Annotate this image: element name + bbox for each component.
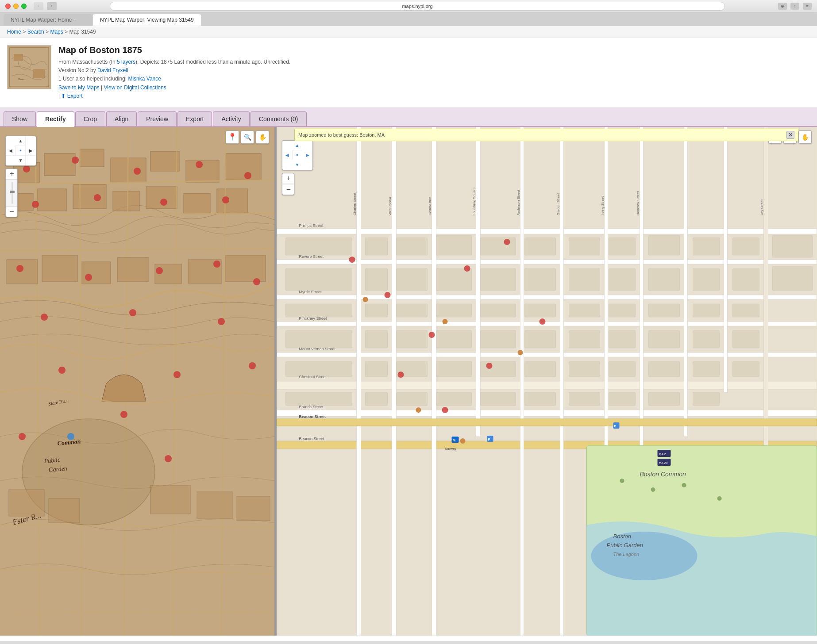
- more-button[interactable]: ≡: [803, 3, 812, 10]
- share-button[interactable]: ↑: [790, 3, 799, 10]
- close-button[interactable]: [5, 4, 11, 9]
- pan-up-button[interactable]: ▲: [16, 136, 26, 146]
- svg-rect-126: [649, 304, 680, 317]
- svg-rect-86: [476, 127, 481, 437]
- zoom-in-left[interactable]: +: [6, 169, 18, 180]
- tab-show[interactable]: Show: [4, 111, 36, 126]
- svg-rect-121: [436, 304, 472, 317]
- pan-up-right[interactable]: ▲: [293, 141, 303, 150]
- pan-center-button[interactable]: ●: [16, 146, 26, 156]
- breadcrumb-maps[interactable]: Maps: [50, 29, 63, 35]
- save-to-my-maps-link[interactable]: Save to My Maps: [58, 84, 100, 91]
- svg-point-50: [253, 278, 260, 285]
- zoom-out-right[interactable]: –: [282, 184, 294, 195]
- tab-align[interactable]: Align: [106, 111, 137, 126]
- browser-titlebar: ‹ › maps.nypl.org ⊕ ↑ ≡: [0, 0, 817, 12]
- svg-rect-98: [481, 238, 516, 255]
- svg-text:Boston: Boston: [613, 533, 631, 540]
- svg-point-44: [160, 199, 167, 206]
- svg-rect-113: [609, 268, 636, 291]
- svg-rect-19: [184, 193, 210, 213]
- svg-text:Pinckney Street: Pinckney Street: [299, 316, 328, 321]
- view-digital-link[interactable]: View on Digital Collections: [104, 84, 166, 91]
- svg-text:Charles Street: Charles Street: [353, 192, 357, 215]
- svg-point-198: [443, 319, 448, 324]
- svg-rect-8: [44, 153, 75, 176]
- zoom-control-left: + –: [5, 169, 18, 217]
- pan-right-button[interactable]: ▶: [26, 146, 36, 156]
- svg-point-203: [651, 487, 655, 492]
- svg-text:Garden Street: Garden Street: [556, 193, 560, 215]
- breadcrumb-search[interactable]: Search: [27, 29, 44, 35]
- svg-rect-130: [366, 330, 388, 348]
- svg-text:Cedar/Lime: Cedar/Lime: [428, 197, 432, 215]
- pan-down-right[interactable]: ▼: [293, 160, 303, 170]
- svg-rect-160: [693, 392, 720, 406]
- breadcrumb-home[interactable]: Home: [7, 29, 21, 35]
- tab-preview[interactable]: Preview: [138, 111, 177, 126]
- browser-nav: ‹ ›: [34, 2, 57, 10]
- tab-rectify[interactable]: Rectify: [37, 111, 74, 127]
- forward-button[interactable]: ›: [47, 2, 57, 10]
- bookmark-button[interactable]: ⊕: [778, 3, 787, 10]
- minimize-button[interactable]: [13, 4, 19, 9]
- zoom-tool-left[interactable]: 🔍: [241, 130, 254, 144]
- svg-rect-20: [217, 189, 248, 213]
- pan-center-right[interactable]: ●: [293, 150, 303, 160]
- svg-rect-152: [366, 392, 388, 406]
- svg-rect-108: [397, 268, 428, 291]
- svg-text:P: P: [488, 437, 491, 441]
- svg-rect-0: [8, 46, 51, 89]
- svg-rect-84: [392, 127, 397, 636]
- maximize-button[interactable]: [21, 4, 27, 9]
- svg-rect-87: [520, 127, 524, 636]
- svg-text:Phillips Street: Phillips Street: [299, 223, 324, 228]
- pan-left-right[interactable]: ◀: [282, 150, 293, 160]
- svg-rect-103: [693, 238, 720, 255]
- svg-text:Joy Street: Joy Street: [760, 199, 764, 215]
- zoom-in-right[interactable]: +: [282, 173, 294, 184]
- historical-map-svg: State Ho... Common Public Garden Ester R…: [0, 127, 274, 636]
- svg-rect-110: [481, 268, 516, 291]
- breadcrumb-sep-1: >: [23, 29, 27, 35]
- tab-activity[interactable]: Activity: [213, 111, 249, 126]
- map-details: Map of Boston 1875 From Massachusetts (I…: [58, 45, 810, 100]
- map-notice-close[interactable]: ✕: [786, 131, 794, 139]
- svg-text:The Lagoon: The Lagoon: [613, 552, 640, 557]
- hand-tool-right[interactable]: ✋: [798, 130, 812, 144]
- export-link[interactable]: ⬆ Export: [61, 93, 82, 99]
- svg-rect-18: [146, 187, 177, 209]
- browser-window-controls: [5, 4, 27, 9]
- svg-point-54: [58, 367, 66, 374]
- url-bar[interactable]: maps.nypl.org: [110, 2, 725, 11]
- svg-rect-3: [14, 54, 23, 61]
- svg-rect-151: [286, 392, 352, 406]
- svg-rect-116: [733, 268, 759, 291]
- svg-rect-92: [724, 127, 728, 392]
- browser-tab-2[interactable]: NYPL Map Warper: Viewing Map 31549: [93, 14, 201, 26]
- browser-tab-1[interactable]: NYPL Map Warper: Home –: [4, 14, 92, 26]
- pin-tool-left[interactable]: 📍: [226, 130, 239, 144]
- pan-down-button[interactable]: ▼: [16, 156, 26, 165]
- tab-comments[interactable]: Comments (0): [250, 111, 307, 126]
- svg-rect-144: [481, 361, 516, 377]
- svg-point-207: [385, 292, 391, 298]
- tab-export[interactable]: Export: [177, 111, 212, 126]
- page-content: Home > Search > Maps > Map 31549 Boston: [0, 26, 817, 641]
- hand-tool-left[interactable]: ✋: [256, 130, 269, 144]
- svg-point-163: [591, 532, 698, 580]
- tab-crop[interactable]: Crop: [75, 111, 105, 126]
- zoom-out-left[interactable]: –: [6, 206, 18, 217]
- helper-link[interactable]: Mishka Vance: [128, 76, 161, 82]
- author-link[interactable]: David Fryxell: [97, 67, 128, 73]
- svg-rect-35: [226, 255, 266, 282]
- svg-point-46: [16, 265, 23, 272]
- map-meta: From Massachusetts (In 5 layers). Depict…: [58, 58, 810, 100]
- pan-right-right[interactable]: ▶: [302, 150, 312, 160]
- svg-point-201: [460, 438, 466, 444]
- zoom-bar-left: [6, 180, 18, 206]
- svg-rect-123: [525, 304, 556, 317]
- pan-left-button[interactable]: ◀: [6, 146, 16, 156]
- layers-link[interactable]: 5 layers: [117, 59, 135, 65]
- back-button[interactable]: ‹: [34, 2, 43, 10]
